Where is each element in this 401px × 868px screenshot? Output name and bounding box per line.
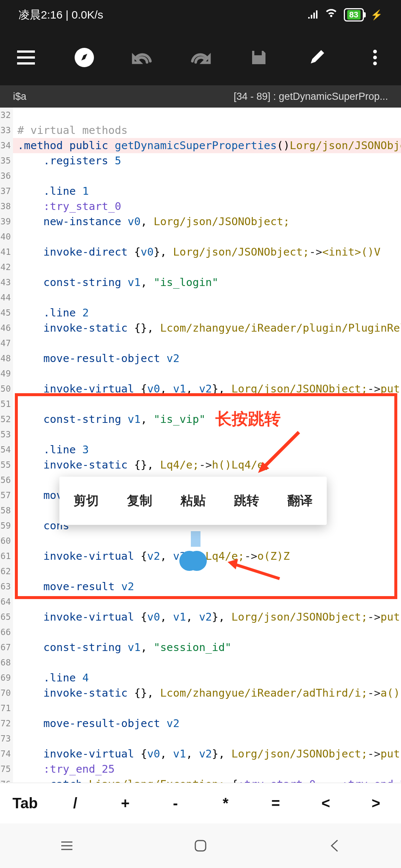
key-plus[interactable]: +: [100, 795, 150, 812]
code-content[interactable]: [13, 260, 401, 275]
code-content[interactable]: const-string v1, "is_vip": [13, 412, 401, 427]
code-line[interactable]: 46 invoke-static {}, Lcom/zhangyue/iRead…: [0, 320, 401, 336]
code-content[interactable]: [13, 731, 401, 746]
code-line[interactable]: 54 .line 3: [0, 442, 401, 457]
code-line[interactable]: 49: [0, 366, 401, 381]
key-tab[interactable]: Tab: [0, 795, 50, 812]
menu-translate[interactable]: 翻译: [281, 492, 319, 509]
key-slash[interactable]: /: [50, 795, 100, 812]
code-content[interactable]: .method public getDynamicSuperProperties…: [13, 138, 401, 153]
code-content[interactable]: invoke-static {}, Lq4/e;->h()Lq4/e;: [13, 457, 401, 473]
code-content[interactable]: [13, 229, 401, 244]
code-line[interactable]: 44: [0, 290, 401, 305]
code-content[interactable]: const-string v1, "is_login": [13, 275, 401, 290]
code-line[interactable]: 76 .catch Ljava/lang/Exception; {:try_st…: [0, 777, 401, 783]
code-line[interactable]: 48 move-result-object v2: [0, 351, 401, 366]
code-line[interactable]: 51: [0, 397, 401, 412]
compass-icon[interactable]: [73, 46, 95, 69]
code-line[interactable]: 61 invoke-virtual {v2, v3}, Lq4/e;->o(Z)…: [0, 549, 401, 564]
code-line[interactable]: 73: [0, 731, 401, 746]
code-line[interactable]: 40: [0, 229, 401, 244]
code-line[interactable]: 72 move-result-object v2: [0, 716, 401, 731]
menu-copy[interactable]: 复制: [120, 492, 159, 509]
menu-icon[interactable]: [15, 46, 37, 69]
code-line[interactable]: 39 new-instance v0, Lorg/json/JSONObject…: [0, 214, 401, 229]
code-content[interactable]: [13, 168, 401, 184]
code-content[interactable]: [13, 290, 401, 305]
nav-home-icon[interactable]: [191, 836, 210, 855]
code-content[interactable]: invoke-virtual {v0, v1, v2}, Lorg/json/J…: [13, 746, 401, 762]
code-content[interactable]: .line 3: [13, 442, 401, 457]
code-line[interactable]: 53: [0, 427, 401, 442]
code-line[interactable]: 63 move-result v2: [0, 579, 401, 594]
code-content[interactable]: .line 1: [13, 184, 401, 199]
code-content[interactable]: [13, 701, 401, 716]
code-line[interactable]: 38 :try_start_0: [0, 199, 401, 214]
code-content[interactable]: # virtual methods: [13, 123, 401, 138]
code-line[interactable]: 75 :try_end_25: [0, 762, 401, 777]
code-content[interactable]: invoke-virtual {v2, v3}, Lq4/e;->o(Z)Z: [13, 549, 401, 564]
code-content[interactable]: const-string v1, "session_id": [13, 640, 401, 655]
edit-icon[interactable]: [306, 46, 328, 69]
code-line[interactable]: 62: [0, 564, 401, 579]
code-content[interactable]: [13, 397, 401, 412]
code-editor[interactable]: 3233# virtual methods34.method public ge…: [0, 108, 401, 783]
code-line[interactable]: 74 invoke-virtual {v0, v1, v2}, Lorg/jso…: [0, 746, 401, 762]
code-line[interactable]: 70 invoke-static {}, Lcom/zhangyue/iRead…: [0, 685, 401, 701]
code-content[interactable]: .line 2: [13, 305, 401, 320]
code-line[interactable]: 36: [0, 168, 401, 184]
key-gt[interactable]: >: [351, 795, 401, 812]
code-line[interactable]: 55 invoke-static {}, Lq4/e;->h()Lq4/e;: [0, 457, 401, 473]
code-content[interactable]: [13, 427, 401, 442]
nav-back-icon[interactable]: [325, 836, 343, 855]
code-content[interactable]: :try_start_0: [13, 199, 401, 214]
code-content[interactable]: [13, 625, 401, 640]
code-line[interactable]: 32: [0, 108, 401, 123]
key-star[interactable]: *: [200, 795, 251, 812]
code-line[interactable]: 42: [0, 260, 401, 275]
code-line[interactable]: 41 invoke-direct {v0}, Lorg/json/JSONObj…: [0, 244, 401, 260]
key-minus[interactable]: -: [150, 795, 200, 812]
key-lt[interactable]: <: [301, 795, 351, 812]
code-line[interactable]: 33# virtual methods: [0, 123, 401, 138]
code-content[interactable]: [13, 564, 401, 579]
nav-recent-icon[interactable]: [58, 836, 76, 855]
code-content[interactable]: move-result v2: [13, 579, 401, 594]
redo-icon[interactable]: [189, 46, 212, 69]
code-content[interactable]: .registers 5: [13, 153, 401, 168]
code-content[interactable]: move-result-object v2: [13, 716, 401, 731]
code-content[interactable]: invoke-static {}, Lcom/zhangyue/iReader/…: [13, 685, 401, 701]
code-line[interactable]: 47: [0, 336, 401, 351]
code-line[interactable]: 66: [0, 625, 401, 640]
code-line[interactable]: 71: [0, 701, 401, 716]
code-line[interactable]: 37 .line 1: [0, 184, 401, 199]
code-line[interactable]: 43 const-string v1, "is_login": [0, 275, 401, 290]
code-line[interactable]: 64: [0, 594, 401, 609]
code-content[interactable]: invoke-virtual {v0, v1, v2}, Lorg/json/J…: [13, 609, 401, 625]
menu-cut[interactable]: 剪切: [67, 492, 105, 509]
more-icon[interactable]: [364, 46, 386, 69]
undo-icon[interactable]: [131, 46, 153, 69]
code-content[interactable]: [13, 108, 401, 123]
code-content[interactable]: :try_end_25: [13, 762, 401, 777]
code-content[interactable]: [13, 655, 401, 670]
code-line[interactable]: 52 const-string v1, "is_vip": [0, 412, 401, 427]
code-content[interactable]: [13, 533, 401, 549]
code-line[interactable]: 68: [0, 655, 401, 670]
code-content[interactable]: .catch Ljava/lang/Exception; {:try_start…: [13, 777, 401, 783]
code-line[interactable]: 35 .registers 5: [0, 153, 401, 168]
code-content[interactable]: new-instance v0, Lorg/json/JSONObject;: [13, 214, 401, 229]
code-content[interactable]: .line 4: [13, 670, 401, 685]
code-line[interactable]: 34.method public getDynamicSuperProperti…: [0, 138, 401, 153]
code-content[interactable]: [13, 594, 401, 609]
code-content[interactable]: [13, 366, 401, 381]
menu-jump[interactable]: 跳转: [227, 492, 266, 509]
key-equals[interactable]: =: [251, 795, 301, 812]
code-line[interactable]: 60: [0, 533, 401, 549]
code-content[interactable]: invoke-virtual {v0, v1, v2}, Lorg/json/J…: [13, 381, 401, 397]
code-line[interactable]: 50 invoke-virtual {v0, v1, v2}, Lorg/jso…: [0, 381, 401, 397]
code-line[interactable]: 67 const-string v1, "session_id": [0, 640, 401, 655]
code-line[interactable]: 65 invoke-virtual {v0, v1, v2}, Lorg/jso…: [0, 609, 401, 625]
code-content[interactable]: invoke-direct {v0}, Lorg/json/JSONObject…: [13, 244, 401, 260]
code-content[interactable]: invoke-static {}, Lcom/zhangyue/iReader/…: [13, 320, 401, 336]
